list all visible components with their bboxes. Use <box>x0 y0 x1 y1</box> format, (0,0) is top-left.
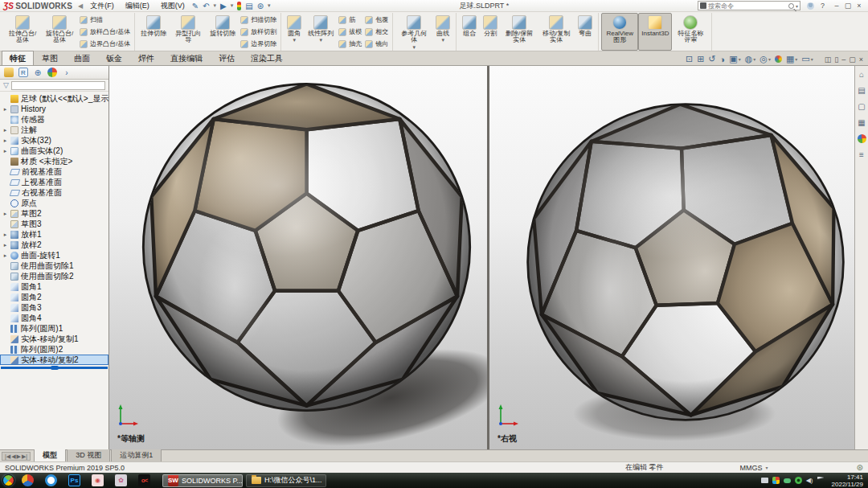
ribbon-button-镜向[interactable]: 镜向 <box>365 39 388 48</box>
ribbon-button-分割[interactable]: 分割 <box>480 13 501 51</box>
appearances-scenes-icon[interactable] <box>857 133 867 144</box>
dropdown-caret-icon[interactable]: ▾ <box>441 37 444 43</box>
ribbon-button-移动/复制实体[interactable]: 移动/复制实体 <box>538 13 575 51</box>
ribbon-button-筋[interactable]: 筋 <box>338 15 362 24</box>
tree-item[interactable]: 传感器 <box>0 114 108 125</box>
design-binder-icon[interactable]: ▤ <box>245 2 252 10</box>
ribbon-button-放样凸台/基体[interactable]: 放样凸台/基体 <box>80 27 130 36</box>
tree-item[interactable]: ▸草图2 <box>0 208 108 219</box>
design-library-icon[interactable]: ▤ <box>857 85 867 96</box>
options-gear-icon[interactable]: ⊛ <box>257 2 264 10</box>
doc-tab-模型[interactable]: 模型 <box>34 449 66 461</box>
doc-nav-arrow[interactable]: ◀ <box>11 453 15 460</box>
ribbon-button-特征名称评审[interactable]: 特征名称评审 <box>672 13 709 51</box>
expand-arrow-icon[interactable]: ▸ <box>2 252 8 259</box>
minimize-button[interactable]: – <box>831 2 842 10</box>
previous-view-icon[interactable]: ↺ <box>708 54 715 64</box>
display-style-icon[interactable]: ◍▾ <box>745 54 756 64</box>
rollback-bar[interactable] <box>1 367 108 369</box>
app-gray-icon[interactable]: ✿ <box>115 474 127 486</box>
ribbon-button-扫描[interactable]: 扫描 <box>80 15 130 24</box>
tree-item[interactable]: 圆角2 <box>0 292 108 302</box>
display-style-icon-caret[interactable]: ▾ <box>753 56 755 62</box>
ribbon-button-RealView 图形[interactable]: RealView 图形 <box>601 13 638 51</box>
expand-arrow-icon[interactable]: ▸ <box>2 242 8 248</box>
ribbon-button-旋转凸台/基体[interactable]: 旋转凸台/基体 <box>41 13 78 51</box>
ribbon-button-扫描切除[interactable]: 扫描切除 <box>240 15 276 24</box>
viewport-right[interactable]: *右视 <box>489 66 854 449</box>
doc-nav-arrow[interactable]: ▶ <box>17 453 21 460</box>
ribbon-button-边界切除[interactable]: 边界切除 <box>240 39 276 48</box>
tree-item[interactable]: 圆角3 <box>0 302 108 313</box>
tree-item[interactable]: ▸放样2 <box>0 240 108 250</box>
restore-button[interactable]: ▢ <box>842 2 854 10</box>
tab-曲面[interactable]: 曲面 <box>66 51 98 65</box>
menu-文件(F)[interactable]: 文件(F) <box>88 1 116 11</box>
app-colorwheel-icon[interactable] <box>22 474 34 486</box>
view-orientation-icon-caret[interactable]: ▾ <box>739 56 741 62</box>
tree-item[interactable]: 草图3 <box>0 219 108 229</box>
doc-tab-运动算例1[interactable]: 运动算例1 <box>111 449 162 461</box>
hide-show-items-icon-caret[interactable]: ▾ <box>768 56 771 62</box>
tree-item[interactable]: ▸曲面实体(2) <box>0 146 108 156</box>
tray-pill-icon[interactable] <box>784 478 791 483</box>
tree-item[interactable]: ▸History <box>0 104 108 114</box>
soccer-ball-left[interactable] <box>127 68 486 427</box>
tree-item[interactable]: 圆角1 <box>0 281 108 292</box>
stoplight-icon[interactable] <box>237 2 241 10</box>
ribbon-button-包覆[interactable]: 包覆 <box>365 15 388 24</box>
apply-scene-icon[interactable]: ▦▾ <box>786 54 797 64</box>
doc-nav-arrow[interactable]: |◀ <box>5 453 10 460</box>
taskbar-window-SOLIDWORKS P...[interactable]: SWSOLIDWORKS P... <box>162 474 243 487</box>
search-box[interactable]: ▾ <box>698 1 800 10</box>
tree-item[interactable]: ▸放样1 <box>0 229 108 240</box>
tree-item[interactable]: 实体-移动/复制2 <box>0 355 108 365</box>
ribbon-button-线性阵列[interactable]: 线性阵列▾ <box>305 13 337 51</box>
ribbon-button-相交[interactable]: 相交 <box>365 27 388 36</box>
tree-item[interactable]: 足球 (默认<<默认>_显示状态 1>) <box>0 93 108 104</box>
expand-arrow-icon[interactable]: ▸ <box>2 127 8 133</box>
dropdown-caret-icon[interactable]: ▾ <box>293 37 296 43</box>
doc-close-button[interactable]: × <box>859 55 863 64</box>
file-explorer-icon[interactable]: ▢ <box>857 101 867 112</box>
viewport-left[interactable]: *等轴测 <box>109 66 487 449</box>
ribbon-button-拉伸凸台/基体[interactable]: 拉伸凸台/基体 <box>4 13 41 51</box>
ribbon-button-抽壳[interactable]: 抽壳 <box>338 39 362 48</box>
sketch-pencil-icon[interactable]: ✎ <box>192 2 199 10</box>
ribbon-button-圆角[interactable]: 圆角▾ <box>284 13 305 51</box>
tab-渲染工具[interactable]: 渲染工具 <box>243 51 291 65</box>
configurationmanager-tab[interactable]: ⊕ <box>33 68 43 77</box>
units-selector[interactable]: MMGS ▾ <box>740 464 768 472</box>
ribbon-button-拔模[interactable]: 拔模 <box>338 27 362 36</box>
tab-钣金[interactable]: 钣金 <box>98 51 130 65</box>
search-icon[interactable] <box>788 3 794 9</box>
select-cursor-icon[interactable]: ▶ <box>220 2 227 10</box>
ribbon-button-参考几何体[interactable]: 参考几何体▾ <box>395 13 432 51</box>
tray-keyboard-icon[interactable] <box>761 478 768 483</box>
zoom-to-area-icon[interactable]: ⊞ <box>697 54 704 64</box>
filter-funnel-icon[interactable]: ▽ <box>3 81 9 89</box>
tree-item[interactable]: 使用曲面切除2 <box>0 271 108 281</box>
tree-item[interactable]: 前视基准面 <box>0 166 108 177</box>
tree-item[interactable]: 上视基准面 <box>0 177 108 187</box>
zoom-to-fit-icon[interactable]: ⊡ <box>686 54 693 64</box>
expand-arrow-icon[interactable]: ▸ <box>2 106 8 113</box>
hide-show-items-icon[interactable]: ◎▾ <box>760 54 771 64</box>
options-gear-icon-caret[interactable]: ▾ <box>268 2 271 9</box>
close-button[interactable]: × <box>854 2 865 10</box>
view-orientation-icon[interactable]: ▣▾ <box>729 54 740 64</box>
ribbon-button-旋转切除[interactable]: 旋转切除 <box>207 13 239 51</box>
tray-green-icon[interactable] <box>795 477 802 484</box>
expand-arrow-icon[interactable]: ▸ <box>2 137 8 144</box>
view-palette-icon[interactable]: ▦ <box>857 117 867 128</box>
displaymanager-tab[interactable] <box>47 68 57 77</box>
tree-item[interactable]: 阵列(圆周)1 <box>0 323 108 334</box>
expand-panel-tab[interactable]: › <box>62 68 72 77</box>
ribbon-button-异型孔向导[interactable]: 异型孔向导 <box>170 13 207 51</box>
start-button[interactable] <box>2 474 14 486</box>
status-tag-icon[interactable]: ⊛ <box>857 463 863 472</box>
app-photoshop-icon[interactable]: Ps <box>68 474 80 486</box>
dropdown-caret-icon[interactable]: ▾ <box>319 37 322 43</box>
ribbon-button-边界凸台/基体[interactable]: 边界凸台/基体 <box>80 39 130 48</box>
tree-item[interactable]: 使用曲面切除1 <box>0 260 108 271</box>
